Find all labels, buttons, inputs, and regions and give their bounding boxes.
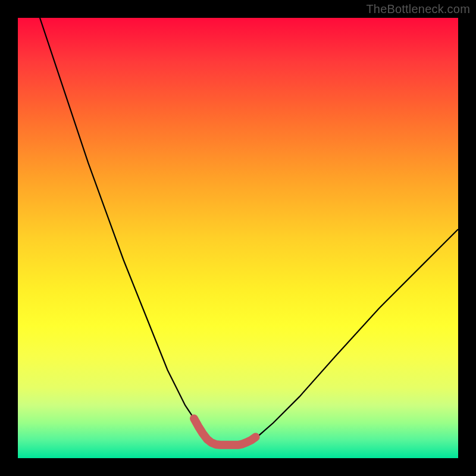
- bottleneck-curve-path: [40, 18, 458, 445]
- highlight-band-path: [194, 418, 256, 444]
- watermark-text: TheBottleneck.com: [366, 2, 470, 16]
- chart-frame: TheBottleneck.com: [0, 0, 476, 476]
- plot-area: [18, 18, 458, 458]
- bottleneck-curve: [18, 18, 458, 458]
